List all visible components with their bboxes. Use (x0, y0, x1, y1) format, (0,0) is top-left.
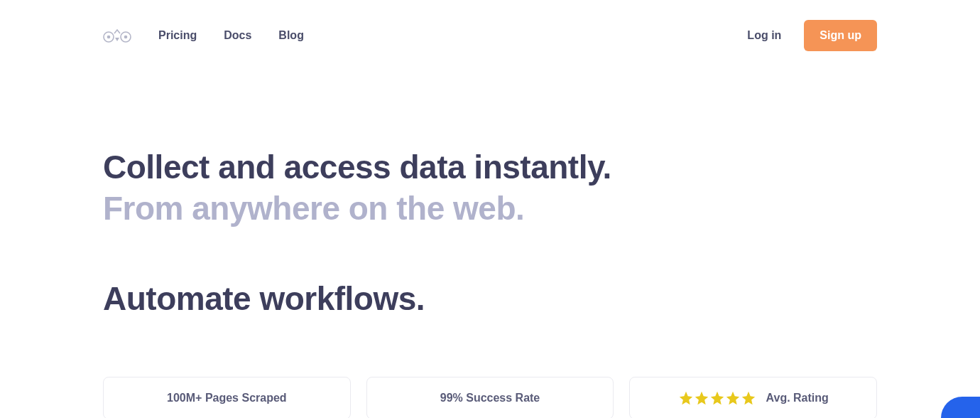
stat-avg-rating: Avg. Rating (629, 377, 877, 419)
star-icon (741, 390, 756, 406)
signup-button[interactable]: Sign up (804, 20, 877, 51)
stat-text: Avg. Rating (766, 392, 829, 404)
login-link[interactable]: Log in (747, 29, 781, 42)
hero-heading-block-2: Automate workflows. (103, 279, 877, 320)
stat-text: 100M+ Pages Scraped (167, 392, 287, 404)
stat-text: 99% Success Rate (440, 392, 540, 404)
hero-line-1: Collect and access data instantly. (103, 147, 877, 188)
star-icon (725, 390, 741, 406)
svg-point-1 (107, 36, 111, 39)
svg-point-3 (124, 36, 128, 39)
nav-docs[interactable]: Docs (224, 29, 251, 42)
header-left: Pricing Docs Blog (103, 28, 304, 43)
star-icon (709, 390, 725, 406)
header-right: Log in Sign up (747, 20, 877, 51)
nav-blog[interactable]: Blog (278, 29, 304, 42)
hero-line-3: Automate workflows. (103, 279, 877, 320)
owl-logo-icon[interactable] (103, 28, 131, 43)
stat-pages-scraped: 100M+ Pages Scraped (103, 377, 351, 419)
stars-container (678, 390, 756, 406)
nav-pricing[interactable]: Pricing (158, 29, 197, 42)
main-nav: Pricing Docs Blog (158, 29, 304, 42)
hero-line-2: From anywhere on the web. (103, 188, 877, 230)
header: Pricing Docs Blog Log in Sign up (0, 0, 980, 51)
star-icon (678, 390, 694, 406)
hero-heading-block-1: Collect and access data instantly. From … (103, 147, 877, 229)
star-icon (694, 390, 709, 406)
stats-row: 100M+ Pages Scraped 99% Success Rate Avg… (0, 377, 980, 419)
stat-success-rate: 99% Success Rate (366, 377, 614, 419)
hero-section: Collect and access data instantly. From … (0, 51, 980, 320)
